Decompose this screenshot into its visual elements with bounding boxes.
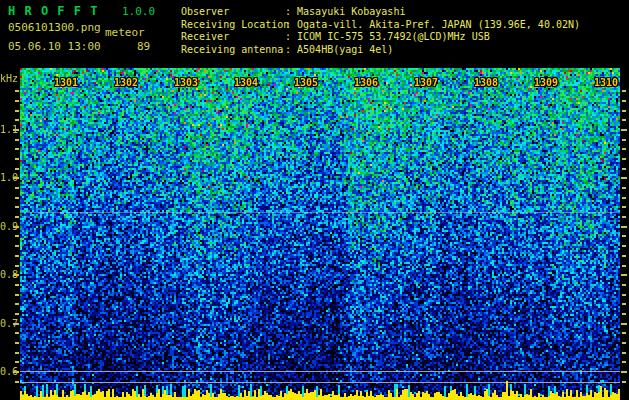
freq-tick [13,226,19,228]
time-label: 1307 [414,77,438,88]
mode-label: meteor [105,26,145,39]
freq-unit-label: kHz [0,73,18,84]
info-value: Ogata-vill. Akita-Pref. JAPAN (139.96E, … [297,19,580,30]
freq-tick [15,245,19,247]
freq-tick [15,313,19,315]
freq-tick [13,177,19,179]
freq-tick [15,216,19,218]
freq-tick [622,206,626,208]
spectrogram-canvas [20,68,620,400]
app-title: H R O F F T [8,4,98,18]
app-version: 1.0.0 [122,5,155,18]
freq-tick [622,294,626,296]
freq-tick [13,323,19,325]
freq-tick [622,139,626,141]
freq-tick [622,168,626,170]
info-separator: : [285,44,297,55]
info-separator: : [285,31,297,42]
time-label: 1305 [294,77,318,88]
freq-tick [15,100,19,102]
freq-tick [622,110,626,112]
info-separator: : [285,6,297,17]
freq-tick [622,216,626,218]
freq-tick [621,129,627,131]
info-label: Receiving antenna [181,44,285,55]
freq-tick [15,139,19,141]
freq-label: 0.9 [0,221,13,232]
time-label: 1302 [114,77,138,88]
time-label: 1308 [474,77,498,88]
freq-tick [15,381,19,383]
freq-tick [15,284,19,286]
time-label: 1304 [234,77,258,88]
freq-label: 0.8 [0,269,13,280]
file-name: 0506101300.png [8,21,101,34]
freq-tick [621,177,627,179]
freq-tick [15,197,19,199]
freq-tick [622,303,626,305]
freq-tick [15,110,19,112]
freq-tick [622,119,626,121]
freq-tick [15,119,19,121]
meteor-count: 89 [137,40,150,53]
freq-tick [15,168,19,170]
freq-tick [622,187,626,189]
info-row: Receiver: ICOM IC-575 53.7492(@LCD)MHz U… [181,31,490,42]
freq-tick [622,90,626,92]
freq-tick [621,226,627,228]
info-value: A504HB(yagi 4el) [297,44,393,55]
freq-tick [621,274,627,276]
freq-tick [622,197,626,199]
freq-tick [622,352,626,354]
info-row: Receiving Location: Ogata-vill. Akita-Pr… [181,19,580,30]
freq-tick [622,284,626,286]
freq-tick [622,313,626,315]
freq-tick [622,265,626,267]
freq-label: 0.6 [0,366,13,377]
info-row: Observer: Masayuki Kobayashi [181,6,405,17]
hrofft-screen: H R O F F T 1.0.0 0506101300.png meteor … [0,0,629,400]
time-label: 1303 [174,77,198,88]
freq-tick [15,265,19,267]
info-value: Masayuki Kobayashi [297,6,405,17]
info-separator: : [285,19,297,30]
freq-tick [622,245,626,247]
freq-label: 1.0 [0,172,13,183]
freq-tick [622,100,626,102]
freq-tick [15,294,19,296]
freq-tick [15,352,19,354]
freq-tick [15,90,19,92]
freq-tick [622,332,626,334]
freq-tick [15,158,19,160]
freq-tick [15,342,19,344]
time-label: 1301 [54,77,78,88]
freq-tick [15,361,19,363]
freq-tick [622,361,626,363]
freq-tick [15,206,19,208]
info-row: Receiving antenna: A504HB(yagi 4el) [181,44,393,55]
info-label: Receiving Location [181,19,285,30]
freq-tick [15,303,19,305]
freq-tick [622,342,626,344]
freq-tick [622,381,626,383]
freq-label: 0.7 [0,318,13,329]
freq-tick [15,235,19,237]
info-label: Observer [181,6,285,17]
frame-datetime: 05.06.10 13:00 [8,40,101,53]
time-label: 1309 [534,77,558,88]
freq-tick [15,332,19,334]
freq-tick [13,274,19,276]
info-label: Receiver [181,31,285,42]
freq-tick [15,148,19,150]
freq-tick [621,371,627,373]
freq-tick [622,235,626,237]
freq-tick [13,129,19,131]
freq-tick [15,255,19,257]
freq-tick [622,158,626,160]
info-value: ICOM IC-575 53.7492(@LCD)MHz USB [297,31,490,42]
time-label: 1310 [594,77,618,88]
time-label: 1306 [354,77,378,88]
freq-label: 1.1 [0,124,13,135]
freq-tick [621,323,627,325]
freq-tick [622,148,626,150]
